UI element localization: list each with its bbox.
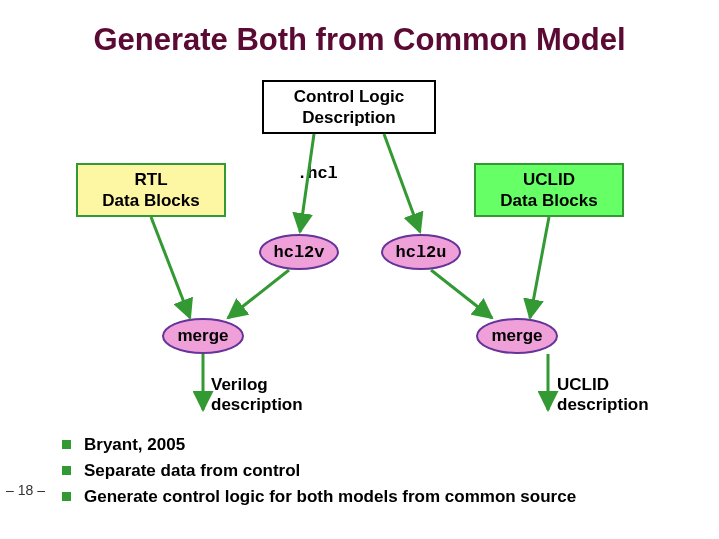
slide-title: Generate Both from Common Model xyxy=(0,22,719,58)
slide-number: – 18 – xyxy=(6,482,45,498)
bullet-list: Bryant, 2005 Separate data from control … xyxy=(62,435,702,513)
box-control-logic-line1: Control Logic xyxy=(294,86,404,107)
box-uclid-data-blocks: UCLID Data Blocks xyxy=(474,163,624,217)
bullet-item: Bryant, 2005 xyxy=(62,435,702,455)
bullet-item: Separate data from control xyxy=(62,461,702,481)
box-control-logic: Control Logic Description xyxy=(262,80,436,134)
output-verilog-line2: description xyxy=(211,395,303,415)
output-uclid-line2: description xyxy=(557,395,649,415)
arrow-hcl2u-mergeR xyxy=(431,270,492,318)
box-rtl-line2: Data Blocks xyxy=(102,190,199,211)
box-uclid-line2: Data Blocks xyxy=(500,190,597,211)
box-control-logic-line2: Description xyxy=(302,107,396,128)
output-verilog-line1: Verilog xyxy=(211,375,303,395)
hcl2u-label: hcl2u xyxy=(395,243,446,262)
oval-hcl2u: hcl2u xyxy=(381,234,461,270)
arrow-control-hcl2v xyxy=(300,134,314,232)
merge-right-label: merge xyxy=(491,326,542,346)
output-uclid: UCLID description xyxy=(557,375,649,415)
arrow-control-hcl2u xyxy=(384,134,420,232)
output-uclid-line1: UCLID xyxy=(557,375,649,395)
bullet-item: Generate control logic for both models f… xyxy=(62,487,702,507)
oval-merge-right: merge xyxy=(476,318,558,354)
oval-hcl2v: hcl2v xyxy=(259,234,339,270)
box-rtl-line1: RTL xyxy=(134,169,167,190)
oval-merge-left: merge xyxy=(162,318,244,354)
box-rtl-data-blocks: RTL Data Blocks xyxy=(76,163,226,217)
arrow-rtl-mergeL xyxy=(151,217,190,318)
arrow-hcl2v-mergeL xyxy=(228,270,289,318)
hcl-ext-label: .hcl xyxy=(297,164,338,183)
box-uclid-line1: UCLID xyxy=(523,169,575,190)
merge-left-label: merge xyxy=(177,326,228,346)
arrow-uclid-mergeR xyxy=(530,217,549,318)
output-verilog: Verilog description xyxy=(211,375,303,415)
hcl2v-label: hcl2v xyxy=(273,243,324,262)
